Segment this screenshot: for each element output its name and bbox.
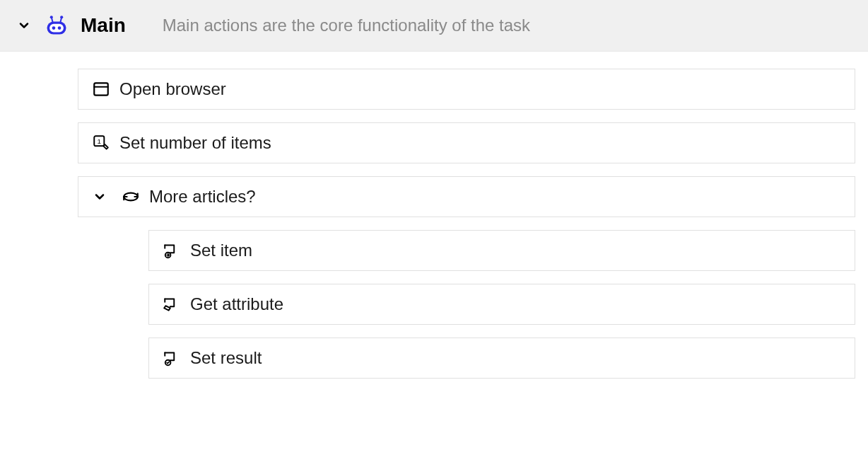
- svg-rect-8: [94, 83, 108, 95]
- robot-icon: [44, 13, 69, 38]
- svg-point-7: [58, 26, 61, 30]
- collapse-section-button[interactable]: [16, 17, 33, 34]
- set-number-icon: 1: [91, 133, 111, 153]
- collapse-loop-button[interactable]: [91, 188, 108, 205]
- action-get-attribute[interactable]: Get attribute: [148, 284, 855, 325]
- action-set-item[interactable]: Set item: [148, 230, 855, 271]
- action-label: Get attribute: [190, 294, 283, 314]
- action-label: Set item: [190, 241, 252, 260]
- action-set-number-items[interactable]: 1 Set number of items: [78, 122, 855, 163]
- section-header: Main Main actions are the core functiona…: [0, 0, 868, 52]
- action-label: Set number of items: [119, 133, 271, 153]
- svg-rect-5: [49, 24, 64, 33]
- section-description: Main actions are the core functionality …: [163, 16, 530, 35]
- browser-icon: [91, 79, 111, 99]
- action-set-result[interactable]: Set result: [148, 338, 855, 379]
- set-result-icon: [162, 348, 182, 368]
- chevron-down-icon: [90, 187, 110, 207]
- chevron-down-icon: [14, 16, 34, 35]
- action-label: Open browser: [119, 79, 226, 99]
- svg-text:1: 1: [98, 137, 101, 145]
- section-title: Main: [81, 14, 126, 37]
- action-open-browser[interactable]: Open browser: [78, 69, 855, 110]
- actions-container: Open browser 1 Set number of items: [0, 52, 868, 408]
- loop-icon: [121, 187, 141, 207]
- set-item-icon: [162, 241, 182, 260]
- action-label: Set result: [190, 348, 262, 368]
- get-attribute-icon: [162, 294, 182, 314]
- action-more-articles[interactable]: More articles?: [78, 176, 855, 217]
- action-label: More articles?: [149, 187, 256, 207]
- svg-point-6: [52, 26, 56, 30]
